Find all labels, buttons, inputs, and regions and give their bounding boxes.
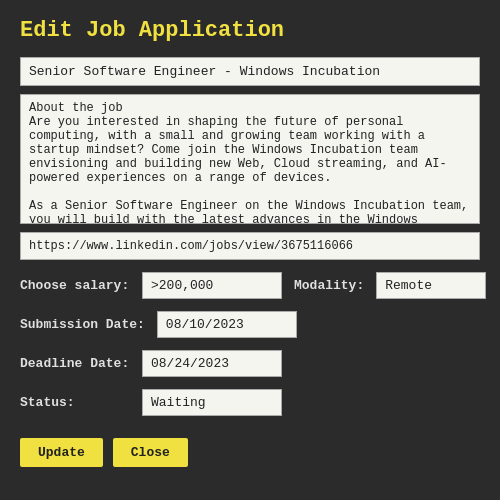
- close-button[interactable]: Close: [113, 438, 188, 467]
- deadline-date-input[interactable]: [142, 350, 282, 377]
- salary-label: Choose salary:: [20, 278, 130, 293]
- status-row: Status:: [20, 389, 480, 416]
- url-input[interactable]: [20, 232, 480, 260]
- page-title: Edit Job Application: [20, 18, 480, 43]
- description-textarea[interactable]: About the job Are you interested in shap…: [20, 94, 480, 224]
- status-input[interactable]: [142, 389, 282, 416]
- deadline-label: Deadline Date:: [20, 356, 130, 371]
- salary-row: Choose salary: Modality:: [20, 272, 480, 299]
- submission-label: Submission Date:: [20, 317, 145, 332]
- salary-input[interactable]: [142, 272, 282, 299]
- job-title-input[interactable]: [20, 57, 480, 86]
- status-label: Status:: [20, 395, 130, 410]
- action-buttons: Update Close: [20, 438, 480, 467]
- modality-input[interactable]: [376, 272, 486, 299]
- submission-row: Submission Date:: [20, 311, 480, 338]
- deadline-row: Deadline Date:: [20, 350, 480, 377]
- modality-label: Modality:: [294, 278, 364, 293]
- update-button[interactable]: Update: [20, 438, 103, 467]
- submission-date-input[interactable]: [157, 311, 297, 338]
